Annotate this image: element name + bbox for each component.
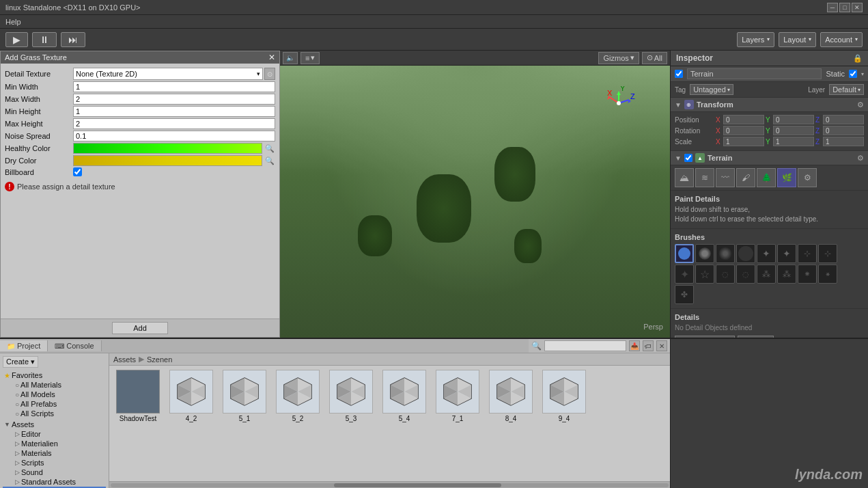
project-icon-btn-1[interactable]: 📥 (629, 340, 640, 351)
terrain-active-checkbox[interactable] (675, 70, 683, 78)
terrain-paint-height-icon[interactable]: ≋ (695, 168, 714, 187)
edit-details-button[interactable]: ✦ Edit Details... (675, 336, 735, 338)
asset-5-4[interactable]: 5_4 (380, 370, 429, 422)
max-height-input[interactable] (73, 118, 275, 129)
noise-spread-input[interactable] (73, 131, 275, 141)
min-height-input[interactable] (73, 106, 275, 117)
transform-component-header[interactable]: ▼ ⊕ Transform ⚙ (671, 98, 868, 112)
terrain-paint-details-icon[interactable]: 🌿 (777, 168, 796, 187)
min-width-input[interactable] (73, 81, 275, 92)
refresh-button[interactable]: Refresh (738, 336, 774, 338)
brush-item-9[interactable]: ✦ (675, 265, 694, 284)
tree-assets[interactable]: ▼ Assets (3, 420, 106, 429)
brush-item-16[interactable]: ⁕ (818, 265, 837, 284)
viewport-view-dropdown[interactable]: ≡ ▾ (300, 52, 320, 64)
detail-texture-dropdown[interactable]: None (Texture 2D) ▾ (73, 68, 263, 80)
gizmos-dropdown[interactable]: Gizmos ▾ (598, 52, 639, 64)
brush-item-2[interactable] (695, 244, 714, 263)
tree-materialien[interactable]: ▷ Materialien (3, 439, 106, 448)
terrain-paint-texture-icon[interactable]: 🖌 (736, 168, 755, 187)
transform-gear-icon[interactable]: ⚙ (857, 100, 864, 109)
healthy-color-swatch[interactable] (73, 143, 262, 154)
all-dropdown[interactable]: ⊙ All (642, 52, 667, 64)
close-btn[interactable]: ✕ (852, 3, 863, 12)
asset-5-2[interactable]: 5_2 (273, 370, 322, 422)
asset-5-3[interactable]: 5_3 (326, 370, 376, 422)
brush-item-7[interactable]: ⊹ (798, 244, 817, 263)
brush-item-8[interactable]: ⊹ (818, 244, 837, 263)
brush-item-11[interactable]: ◌ (716, 265, 735, 284)
asset-4-2[interactable]: 4_2 (167, 370, 216, 422)
static-checkbox[interactable] (849, 70, 857, 78)
tree-all-models[interactable]: ○ All Models (3, 390, 106, 399)
tree-sound[interactable]: ▷ Sound (3, 467, 106, 477)
brush-item-14[interactable]: ⁂ (777, 265, 796, 284)
layout-dropdown[interactable]: Layout ▾ (779, 32, 816, 47)
tab-console[interactable]: ⌨ Console (48, 340, 101, 351)
breadcrumb-szenen[interactable]: Szenen (147, 355, 172, 364)
add-grass-panel: Add Grass Texture ✕ Detail Texture None … (0, 51, 280, 338)
assets-scrollbar[interactable] (109, 481, 670, 488)
brush-item-1[interactable] (675, 244, 694, 263)
brush-item-15[interactable]: ⁕ (798, 265, 817, 284)
add-button[interactable]: Add (112, 322, 168, 334)
max-width-input[interactable] (73, 94, 275, 105)
static-chevron-icon[interactable]: ▾ (861, 71, 864, 77)
brush-item-17[interactable]: ✤ (675, 285, 694, 304)
tree-scripts[interactable]: ▷ Scripts (3, 458, 106, 467)
terrain-settings-icon[interactable]: ⚙ (798, 168, 817, 187)
tree-all-scripts[interactable]: ○ All Scripts (3, 409, 106, 418)
tree-favorites[interactable]: ★ Favorites (3, 370, 106, 380)
healthy-color-eyedropper-icon[interactable]: 🔍 (264, 143, 275, 154)
minimize-btn[interactable]: ─ (827, 3, 838, 12)
billboard-checkbox[interactable] (73, 167, 82, 176)
asset-8-4[interactable]: 8_4 (486, 370, 535, 422)
brush-item-4[interactable] (736, 244, 755, 263)
project-icon-btn-3[interactable]: ✕ (656, 340, 667, 351)
brush-item-10[interactable]: ☆ (695, 265, 714, 284)
tree-all-materials[interactable]: ○ All Materials (3, 380, 106, 390)
tree-materials[interactable]: ▷ Materials (3, 448, 106, 458)
brush-item-5[interactable]: ✦ (757, 244, 776, 263)
terrain-place-trees-icon[interactable]: 🌲 (757, 168, 776, 187)
tag-dropdown[interactable]: Untagged ▾ (690, 84, 733, 95)
search-input[interactable] (544, 340, 626, 351)
inspector-lock-icon[interactable]: 🔒 (853, 54, 863, 63)
dry-color-eyedropper-icon[interactable]: 🔍 (264, 155, 275, 166)
detail-texture-select-icon[interactable]: ⊙ (264, 68, 275, 80)
terrain-component-header[interactable]: ▼ ▲ Terrain ⚙ (671, 151, 868, 165)
account-dropdown[interactable]: Account ▾ (820, 32, 863, 47)
terrain-component-gear-icon[interactable]: ⚙ (857, 154, 864, 163)
create-button[interactable]: Create ▾ (3, 356, 38, 368)
pause-button[interactable]: ⏸ (32, 32, 57, 47)
maximize-btn[interactable]: □ (839, 3, 850, 12)
layer-dropdown[interactable]: Default ▾ (829, 84, 864, 95)
viewport-audio-icon[interactable]: 🔈 (283, 52, 298, 64)
terrain-component-checkbox[interactable] (684, 154, 692, 162)
project-icon-btn-2[interactable]: 🏷 (643, 340, 654, 351)
project-tabs: 📁 Project ⌨ Console 🔍 📥 🏷 ✕ (0, 339, 670, 353)
terrain-raise-icon[interactable]: ⛰ (675, 168, 694, 187)
step-button[interactable]: ⏭ (61, 32, 85, 47)
brush-item-12[interactable]: ◌ (736, 265, 755, 284)
brush-item-3[interactable] (716, 244, 735, 263)
breadcrumb-assets[interactable]: Assets (113, 355, 136, 364)
layers-dropdown[interactable]: Layers ▾ (737, 32, 774, 47)
brush-item-6[interactable]: ✦ (777, 244, 796, 263)
play-button[interactable]: ▶ (5, 32, 28, 47)
tab-project[interactable]: 📁 Project (0, 340, 48, 351)
asset-5-1[interactable]: 5_1 (220, 370, 269, 422)
asset-9-4[interactable]: 9_4 (540, 370, 589, 422)
asset-7-1[interactable]: 7_1 (433, 370, 482, 422)
asset-shadowtest[interactable]: ShadowTest (113, 370, 163, 422)
tree-editor[interactable]: ▷ Editor (3, 429, 106, 439)
terrain-smooth-icon[interactable]: 〰 (716, 168, 735, 187)
menu-help[interactable]: Help (5, 18, 21, 26)
scene-view[interactable]: X Z Y Persp (280, 66, 670, 338)
tree-all-prefabs[interactable]: ○ All Prefabs (3, 399, 106, 409)
dry-color-swatch[interactable] (73, 155, 262, 166)
terrain-name-input[interactable] (687, 68, 822, 79)
close-grass-icon[interactable]: ✕ (268, 53, 275, 62)
tree-standard-assets[interactable]: ▷ Standard Assets (3, 477, 106, 487)
brush-item-13[interactable]: ⁂ (757, 265, 776, 284)
